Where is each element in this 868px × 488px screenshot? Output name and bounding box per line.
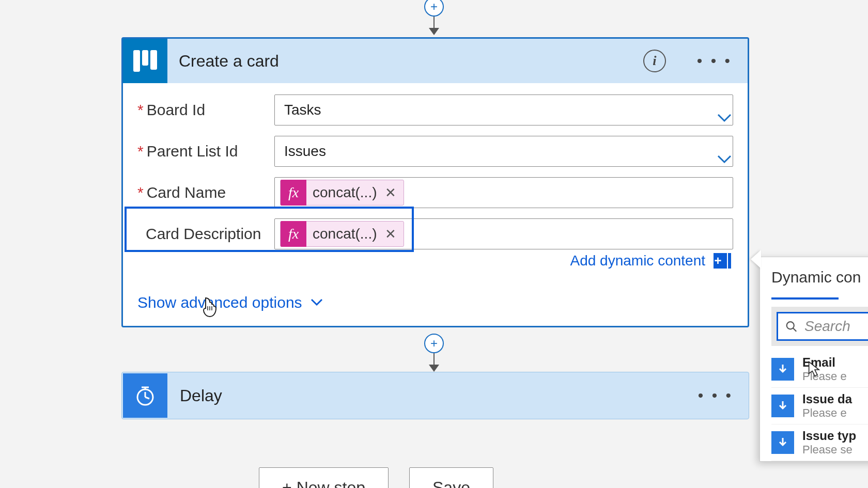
form-field-icon	[771, 358, 794, 381]
token-text: concat(...)	[306, 226, 383, 242]
trello-icon	[123, 39, 167, 83]
expression-token[interactable]: fx concat(...) ✕	[280, 221, 404, 247]
dynamic-content-tab-underline	[771, 297, 839, 300]
field-label: *Board Id	[137, 101, 274, 119]
add-dynamic-label: Add dynamic content	[570, 253, 706, 269]
field-card-description: Card Description fx concat(...) ✕	[137, 218, 733, 249]
show-advanced-options[interactable]: Show advanced options	[137, 294, 323, 311]
remove-token-button[interactable]: ✕	[383, 226, 404, 242]
dyn-item-sub: Please se	[802, 443, 856, 456]
svg-point-5	[787, 322, 794, 329]
action-menu-button[interactable]: • • •	[698, 387, 733, 404]
clock-icon	[123, 373, 167, 418]
field-board-id: *Board Id Tasks	[137, 95, 733, 125]
dynamic-content-panel: Dynamic con Email Please e	[760, 257, 868, 462]
expression-token[interactable]: fx concat(...) ✕	[280, 180, 404, 206]
form-field-icon	[771, 395, 794, 417]
parent-list-id-select[interactable]: Issues	[274, 136, 733, 167]
fx-icon: fx	[281, 180, 306, 206]
delay-action[interactable]: Delay • • •	[121, 372, 749, 419]
add-dynamic-content-row: Add dynamic content +	[137, 253, 733, 269]
field-parent-list-id: *Parent List Id Issues	[137, 136, 733, 167]
parent-list-id-value: Issues	[284, 143, 326, 160]
add-dynamic-content-link[interactable]: Add dynamic content +	[570, 253, 732, 269]
board-id-value: Tasks	[284, 102, 321, 118]
create-card-action: Create a card i • • • *Board Id Tasks *P…	[121, 37, 749, 327]
add-step-button[interactable]: +	[424, 334, 444, 353]
add-step-button[interactable]: +	[424, 0, 444, 17]
info-icon[interactable]: i	[643, 50, 666, 72]
plus-icon: +	[711, 253, 727, 269]
token-text: concat(...)	[306, 184, 383, 201]
card-description-input[interactable]: fx concat(...) ✕	[274, 218, 733, 249]
field-label: *Card Name	[137, 184, 274, 201]
flow-connector-top: +	[424, 0, 444, 35]
svg-line-2	[145, 397, 149, 399]
dynamic-search-box[interactable]	[777, 312, 868, 341]
connector-line	[433, 353, 435, 365]
fx-icon: fx	[281, 221, 306, 247]
card-name-input[interactable]: fx concat(...) ✕	[274, 177, 733, 208]
delay-title: Delay	[180, 386, 667, 405]
dynamic-search-input[interactable]	[804, 318, 868, 335]
action-title: Create a card	[179, 52, 643, 71]
show-advanced-label: Show advanced options	[137, 294, 302, 311]
action-body: *Board Id Tasks *Parent List Id Issues	[123, 83, 748, 326]
action-menu-button[interactable]: • • •	[697, 52, 732, 70]
field-label: Card Description	[137, 225, 274, 243]
svg-line-6	[793, 328, 796, 332]
dynamic-content-title: Dynamic con	[771, 269, 868, 286]
dynamic-content-item[interactable]: Issue da Please e	[771, 388, 868, 424]
field-card-name: *Card Name fx concat(...) ✕	[137, 177, 733, 208]
action-header[interactable]: Create a card i • • •	[123, 39, 748, 83]
arrow-down-icon	[429, 28, 439, 35]
dyn-item-title: Issue da	[802, 392, 852, 406]
field-label: *Parent List Id	[137, 143, 274, 160]
remove-token-button[interactable]: ✕	[383, 185, 404, 201]
save-button[interactable]: Save	[409, 467, 493, 488]
dynamic-search-container	[771, 307, 868, 346]
cursor-icon	[807, 361, 823, 379]
chevron-down-icon	[311, 298, 323, 307]
bottom-toolbar: + New step Save	[0, 467, 752, 488]
board-id-select[interactable]: Tasks	[274, 95, 733, 125]
dyn-item-title: Issue typ	[802, 429, 856, 443]
search-icon	[785, 320, 797, 333]
new-step-button[interactable]: + New step	[259, 467, 389, 488]
form-field-icon	[771, 431, 794, 454]
arrow-down-icon	[429, 365, 439, 372]
dynamic-content-item[interactable]: Issue typ Please se	[771, 424, 868, 461]
connector-line	[433, 17, 435, 28]
flow-connector-middle: +	[424, 334, 444, 372]
dyn-item-sub: Please e	[802, 406, 852, 420]
